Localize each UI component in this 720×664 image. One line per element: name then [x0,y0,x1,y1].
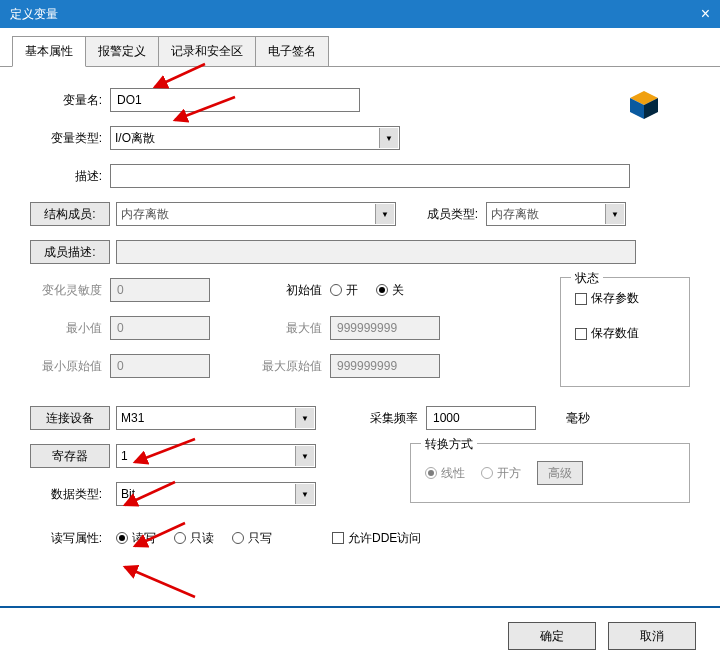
struct-member-button[interactable]: 结构成员: [30,202,110,226]
data-type-select[interactable] [116,482,316,506]
close-icon[interactable]: × [701,0,710,28]
min-raw-input [110,354,210,378]
label-member-type: 成员类型: [416,206,486,223]
label-min-raw: 最小原始值 [30,358,110,375]
ok-button[interactable]: 确定 [508,622,596,650]
cube-icon [628,89,660,121]
max-input [330,316,440,340]
label-max-raw: 最大原始值 [250,358,330,375]
convert-sqrt-radio: 开方 [481,465,521,482]
label-ms: 毫秒 [566,410,590,427]
register-button[interactable]: 寄存器 [30,444,110,468]
label-var-type: 变量类型: [30,130,110,147]
min-input [110,316,210,340]
label-rw: 读写属性: [30,530,110,547]
struct-member-select [116,202,396,226]
window-title: 定义变量 [10,0,58,28]
tab-record[interactable]: 记录和安全区 [158,36,256,66]
tab-basic[interactable]: 基本属性 [12,36,86,67]
device-select[interactable] [116,406,316,430]
svg-line-8 [125,567,195,597]
init-on-radio[interactable]: 开 [330,282,358,299]
cancel-button[interactable]: 取消 [608,622,696,650]
svg-line-3 [155,64,205,87]
label-desc: 描述: [30,168,110,185]
member-type-select [486,202,626,226]
init-off-radio[interactable]: 关 [376,282,404,299]
member-desc-input [116,240,636,264]
tab-alarm[interactable]: 报警定义 [85,36,159,66]
status-group-label: 状态 [571,270,603,287]
advanced-button: 高级 [537,461,583,485]
connect-device-button[interactable]: 连接设备 [30,406,110,430]
label-max: 最大值 [250,320,330,337]
register-select[interactable] [116,444,316,468]
label-allow-dde: 允许DDE访问 [348,530,421,547]
sample-freq-input[interactable] [426,406,536,430]
rw-radio-ro[interactable]: 只读 [174,530,214,547]
label-sample-freq: 采集频率 [346,410,426,427]
var-name-input[interactable] [110,88,360,112]
convert-group-label: 转换方式 [421,436,477,453]
label-data-type: 数据类型: [30,486,110,503]
allow-dde-checkbox[interactable] [332,532,344,544]
max-raw-input [330,354,440,378]
label-init-val: 初始值 [250,282,330,299]
label-var-name: 变量名: [30,92,110,109]
label-min: 最小值 [30,320,110,337]
save-value-checkbox[interactable] [575,328,587,340]
sensitivity-input [110,278,210,302]
description-input[interactable] [110,164,630,188]
save-params-checkbox[interactable] [575,293,587,305]
var-type-select[interactable] [110,126,400,150]
rw-radio-rw[interactable]: 读写 [116,530,156,547]
tab-esign[interactable]: 电子签名 [255,36,329,66]
member-desc-button[interactable]: 成员描述: [30,240,110,264]
rw-radio-wo[interactable]: 只写 [232,530,272,547]
label-sensitivity: 变化灵敏度 [30,282,110,299]
convert-linear-radio: 线性 [425,465,465,482]
